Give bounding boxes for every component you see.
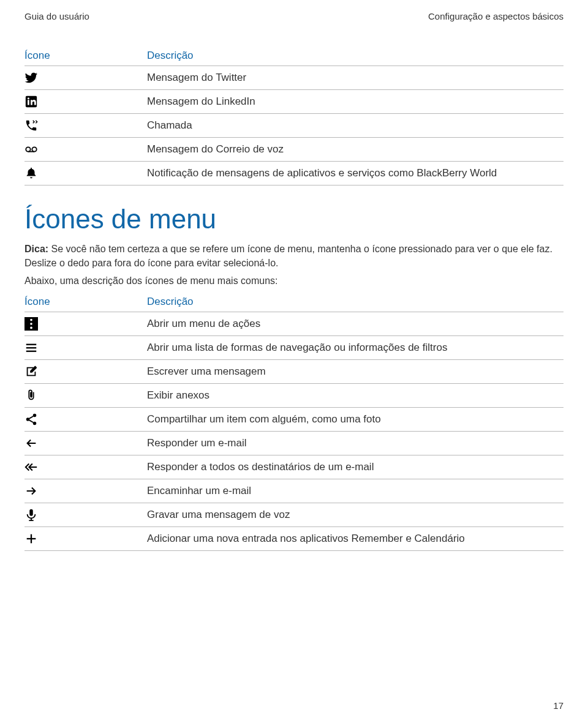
table-row: Mensagem do Twitter bbox=[24, 66, 564, 90]
row-desc: Mensagem do Twitter bbox=[147, 72, 564, 84]
row-desc: Compartilhar um item com alguém, como um… bbox=[147, 413, 564, 425]
forward-icon bbox=[24, 484, 147, 498]
linkedin-icon bbox=[24, 95, 147, 108]
intro2: Abaixo, uma descrição dos ícones de menu… bbox=[24, 274, 564, 288]
table-row: Escrever uma mensagem bbox=[24, 360, 564, 384]
table-row: Mensagem do LinkedIn bbox=[24, 90, 564, 114]
tip-label: Dica: bbox=[24, 244, 48, 254]
table-row: Chamada bbox=[24, 114, 564, 138]
attachment-icon bbox=[24, 389, 147, 402]
section-title: Ícones de menu bbox=[24, 204, 564, 234]
row-desc: Abrir uma lista de formas de navegação o… bbox=[147, 342, 564, 354]
row-desc: Mensagem do LinkedIn bbox=[147, 96, 564, 108]
table-row: Abrir uma lista de formas de navegação o… bbox=[24, 336, 564, 360]
reply-icon bbox=[24, 436, 147, 450]
tip-paragraph: Dica: Se você não tem certeza a que se r… bbox=[24, 242, 564, 270]
row-desc: Encaminhar um e-mail bbox=[147, 485, 564, 497]
row-desc: Chamada bbox=[147, 119, 564, 132]
table2-head: Ícone Descrição bbox=[24, 292, 564, 312]
table-row: Abrir um menu de ações bbox=[24, 312, 564, 336]
table1-head: Ícone Descrição bbox=[24, 46, 564, 66]
table-row: Exibir anexos bbox=[24, 384, 564, 408]
hamburger-icon bbox=[24, 341, 147, 354]
page: Guia do usuário Configuração e aspectos … bbox=[0, 0, 588, 723]
table-row: Gravar uma mensagem de voz bbox=[24, 503, 564, 527]
table-row: Responder a todos os destinatários de um… bbox=[24, 455, 564, 479]
bell-icon bbox=[24, 167, 147, 180]
table-row: Notificação de mensagens de aplicativos … bbox=[24, 162, 564, 185]
page-number: 17 bbox=[553, 700, 564, 711]
table2-head-icon: Ícone bbox=[24, 296, 147, 308]
microphone-icon bbox=[24, 508, 147, 522]
table2-head-desc: Descrição bbox=[147, 296, 564, 308]
table-row: Adicionar uma nova entrada nos aplicativ… bbox=[24, 527, 564, 551]
row-desc: Escrever uma mensagem bbox=[147, 365, 564, 378]
twitter-icon bbox=[24, 71, 147, 84]
row-desc: Exibir anexos bbox=[147, 389, 564, 402]
table-row: Mensagem do Correio de voz bbox=[24, 138, 564, 162]
row-desc: Mensagem do Correio de voz bbox=[147, 143, 564, 155]
table1-head-icon: Ícone bbox=[24, 50, 147, 62]
row-desc: Adicionar uma nova entrada nos aplicativ… bbox=[147, 533, 564, 545]
voicemail-icon bbox=[24, 143, 147, 156]
row-desc: Responder um e-mail bbox=[147, 437, 564, 449]
row-desc: Abrir um menu de ações bbox=[147, 318, 564, 330]
table-row: Compartilhar um item com alguém, como um… bbox=[24, 408, 564, 432]
share-icon bbox=[24, 413, 147, 426]
table1-head-desc: Descrição bbox=[147, 50, 564, 62]
header-left: Guia do usuário bbox=[24, 11, 89, 21]
row-desc: Gravar uma mensagem de voz bbox=[147, 509, 564, 521]
row-desc: Responder a todos os destinatários de um… bbox=[147, 461, 564, 473]
reply-all-icon bbox=[24, 460, 147, 474]
tip-text: Se você não tem certeza a que se refere … bbox=[24, 244, 552, 268]
table-row: Responder um e-mail bbox=[24, 432, 564, 455]
call-icon bbox=[24, 119, 147, 132]
table-row: Encaminhar um e-mail bbox=[24, 479, 564, 503]
row-desc: Notificação de mensagens de aplicativos … bbox=[147, 167, 564, 179]
page-header: Guia do usuário Configuração e aspectos … bbox=[24, 11, 564, 21]
header-right: Configuração e aspectos básicos bbox=[428, 11, 564, 21]
compose-icon bbox=[24, 365, 147, 378]
more-actions-icon bbox=[24, 317, 147, 331]
plus-icon bbox=[24, 532, 147, 545]
